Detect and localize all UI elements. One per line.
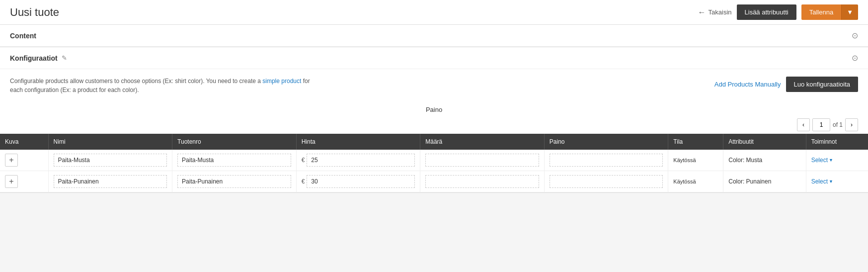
pagination-of-text: of 1 — [833, 121, 843, 128]
attribuutit-value-1: Color: Punainen — [728, 178, 771, 185]
maara-input-0[interactable] — [425, 154, 539, 167]
add-attribute-button[interactable]: Lisää attribuutti — [737, 4, 796, 20]
col-header-nimi: Nimi — [48, 134, 172, 150]
page-header: Uusi tuote ← Takaisin Lisää attribuutti … — [0, 0, 868, 25]
pagination-row: ‹ of 1 › — [0, 116, 868, 134]
pagination-prev-button[interactable]: ‹ — [797, 118, 810, 131]
pagination-next-button[interactable]: › — [845, 118, 858, 131]
col-header-hinta: Hinta — [296, 134, 420, 150]
products-table: Kuva Nimi Tuotenro Hinta Määrä Paino Til… — [0, 134, 868, 192]
pagination-current-input[interactable] — [812, 118, 830, 131]
back-link[interactable]: ← Takaisin — [698, 8, 732, 17]
col-header-tila: Tila — [668, 134, 723, 150]
info-actions-row: Configurable products allow customers to… — [0, 69, 868, 102]
select-button-0[interactable]: Select — [811, 157, 828, 164]
konfig-info-text: Configurable products allow customers to… — [10, 77, 318, 94]
attribuutit-value-0: Color: Musta — [728, 157, 762, 164]
add-products-manually-button[interactable]: Add Products Manually — [714, 81, 781, 88]
simple-product-link[interactable]: simple product — [262, 78, 301, 85]
select-caret-1[interactable]: ▼ — [829, 179, 833, 184]
konfiguraatiot-header: Konfiguraatiot ✎ ⊙ — [0, 47, 868, 69]
paino-input-0[interactable] — [550, 154, 663, 167]
expand-row-button-1[interactable]: + — [5, 175, 18, 188]
paino-input-1[interactable] — [550, 175, 663, 188]
header-actions: ← Takaisin Lisää attribuutti Tallenna ▼ — [698, 4, 858, 20]
back-label: Takaisin — [709, 8, 732, 16]
col-header-kuva: Kuva — [0, 134, 48, 150]
attribute-group-label: Paino — [0, 102, 868, 116]
tuotenro-input-1[interactable] — [177, 175, 291, 188]
currency-symbol: € — [302, 178, 305, 185]
select-caret-0[interactable]: ▼ — [829, 158, 833, 163]
nimi-input-1[interactable] — [54, 175, 167, 188]
col-header-maara: Määrä — [420, 134, 545, 150]
tuotenro-input-0[interactable] — [177, 154, 291, 167]
col-header-toiminnot: Toiminnot — [806, 134, 868, 150]
col-header-attribuutit: Attribuutit — [723, 134, 806, 150]
save-dropdown-button[interactable]: ▼ — [841, 4, 858, 20]
konfig-title-row: Konfiguraatiot ✎ — [10, 54, 67, 62]
content-section-title: Content — [10, 32, 36, 40]
konfig-section-title: Konfiguraatiot — [10, 54, 58, 62]
save-button-group: Tallenna ▼ — [801, 4, 858, 20]
table-header-row: Kuva Nimi Tuotenro Hinta Määrä Paino Til… — [0, 134, 868, 150]
save-button[interactable]: Tallenna — [801, 4, 841, 20]
konfig-action-buttons: Add Products Manually Luo konfiguraatioi… — [714, 77, 858, 92]
nimi-input-0[interactable] — [54, 154, 167, 167]
col-header-paino: Paino — [544, 134, 668, 150]
hinta-input-0[interactable] — [307, 154, 415, 167]
status-badge-0: Käytössä — [673, 157, 696, 163]
content-area: Content ⊙ Konfiguraatiot ✎ ⊙ Configurabl… — [0, 25, 868, 193]
expand-row-button-0[interactable]: + — [5, 154, 18, 167]
status-badge-1: Käytössä — [673, 179, 696, 184]
konfiguraatiot-section: Konfiguraatiot ✎ ⊙ Configurable products… — [0, 47, 868, 193]
table-row: +€KäytössäColor: PunainenSelect▼ — [0, 171, 868, 192]
page-title: Uusi tuote — [10, 6, 59, 19]
konfig-toggle-icon: ⊙ — [852, 53, 858, 63]
create-configurations-button[interactable]: Luo konfiguraatioita — [786, 77, 858, 92]
maara-input-1[interactable] — [425, 175, 539, 188]
content-section: Content ⊙ — [0, 25, 868, 47]
table-row: +€KäytössäColor: MustaSelect▼ — [0, 150, 868, 171]
col-header-tuotenro: Tuotenro — [172, 134, 297, 150]
hinta-input-1[interactable] — [307, 175, 415, 188]
currency-symbol: € — [302, 157, 305, 164]
edit-icon[interactable]: ✎ — [62, 54, 67, 62]
content-section-header[interactable]: Content ⊙ — [0, 25, 868, 47]
select-button-1[interactable]: Select — [811, 178, 828, 185]
back-arrow-icon: ← — [698, 8, 706, 17]
content-toggle-icon: ⊙ — [852, 31, 858, 40]
